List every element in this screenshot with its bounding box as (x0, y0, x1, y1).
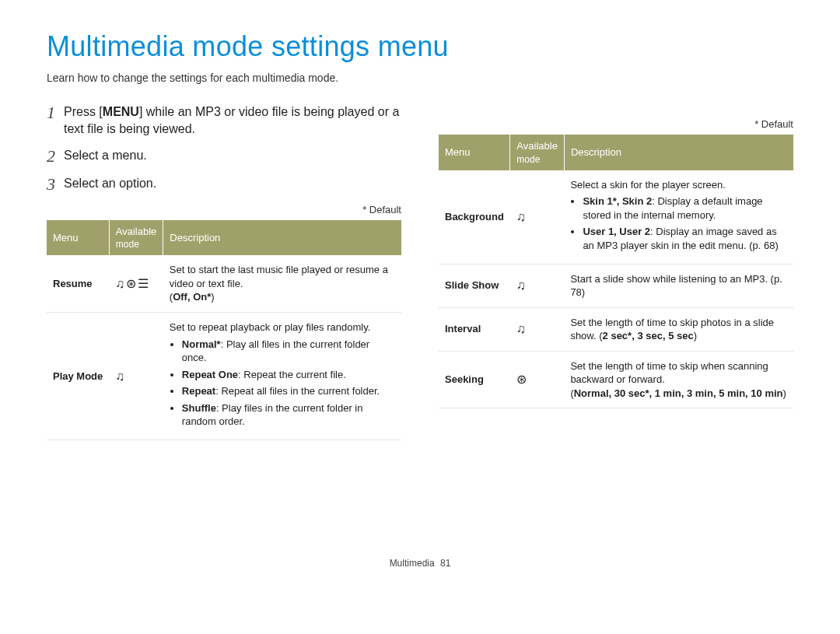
default-note-right: * Default (439, 117, 793, 131)
th-menu: Menu (47, 220, 109, 256)
opts-bold: 2 sec*, 3 sec, 5 sec (603, 330, 694, 342)
menu-name: Seeking (439, 351, 510, 408)
menu-name: Background (439, 170, 510, 264)
video-icon: ⊛ (126, 277, 138, 290)
music-icon: ♫ (115, 277, 126, 290)
menu-description: Set to repeat playback or play files ran… (163, 312, 401, 440)
mode-icons: ⊛ (510, 351, 565, 408)
table-row: Seeking ⊛ Set the length of time to skip… (439, 351, 793, 408)
menu-description: Select a skin for the player screen. Ski… (564, 170, 793, 264)
text-icon: ☰ (138, 277, 150, 290)
opts-suffix: ) (694, 330, 697, 342)
music-icon: ♫ (516, 210, 527, 223)
table-row: Resume ♫⊛☰ Set to start the last music f… (47, 255, 401, 312)
step-text: Press [MENU] while an MP3 or video file … (64, 103, 401, 137)
desc-intro: Set to repeat playback or play files ran… (170, 321, 370, 333)
opts-bold: Off, On* (173, 291, 211, 303)
settings-table-left: Menu Availablemode Description Resume ♫⊛… (47, 220, 401, 440)
list-item: Normal*: Play all files in the current f… (182, 338, 395, 365)
th-menu: Menu (439, 135, 510, 170)
music-icon: ♫ (516, 322, 527, 335)
menu-description: Set the length of time to skip when scan… (564, 351, 793, 408)
mode-icons: ♫ (109, 312, 163, 440)
opts-suffix: ) (211, 291, 214, 303)
menu-description: Set to start the last music file played … (163, 255, 401, 312)
step-1: 1 Press [MENU] while an MP3 or video fil… (47, 103, 401, 137)
list-item: Repeat: Repeat all files in the current … (182, 384, 395, 398)
desc-intro: Set the length of time to skip when scan… (570, 360, 768, 386)
music-icon: ♫ (516, 278, 527, 292)
menu-description: Start a slide show while listening to an… (564, 264, 793, 307)
list-item: User 1, User 2: Display an image saved a… (583, 225, 787, 252)
menu-description: Set the length of time to skip photos in… (564, 307, 793, 351)
desc-intro: Set to start the last music file played … (170, 264, 388, 289)
menu-name: Play Mode (47, 312, 109, 440)
table-row: Play Mode ♫ Set to repeat playback or pl… (47, 312, 401, 440)
step-text-pre: Press [ (64, 105, 103, 118)
th-desc: Description (163, 220, 401, 256)
mode-icons: ♫⊛☰ (109, 255, 163, 312)
default-note-left: * Default (47, 203, 401, 217)
left-column: 1 Press [MENU] while an MP3 or video fil… (47, 103, 401, 440)
table-row: Background ♫ Select a skin for the playe… (439, 170, 793, 264)
step-number: 3 (47, 175, 64, 194)
music-icon: ♫ (115, 370, 126, 383)
list-item: Repeat One: Repeat the current file. (182, 368, 395, 382)
menu-name: Resume (47, 255, 109, 312)
page-subtitle: Learn how to change the settings for eac… (47, 71, 793, 86)
footer-section: Multimedia (390, 558, 435, 569)
settings-table-right: Menu Availablemode Description Backgroun… (439, 135, 793, 408)
mode-icons: ♫ (510, 307, 565, 351)
step-text-bold: MENU (103, 105, 139, 118)
page-title: Multimedia mode settings menu (47, 28, 793, 66)
footer-page-number: 81 (440, 558, 450, 569)
menu-name: Slide Show (439, 264, 510, 307)
step-3: 3 Select an option. (47, 175, 401, 194)
th-desc: Description (564, 135, 793, 170)
step-text: Select a menu. (64, 147, 147, 166)
desc-intro: Select a skin for the player screen. (570, 179, 725, 191)
th-mode: Availablemode (109, 220, 163, 256)
list-item: Shuffle: Play files in the current folde… (182, 401, 395, 429)
table-row: Slide Show ♫ Start a slide show while li… (439, 264, 793, 307)
step-number: 2 (47, 147, 64, 166)
mode-icons: ♫ (510, 264, 565, 307)
mode-icons: ♫ (510, 170, 565, 264)
desc-intro: Start a slide show while listening to an… (570, 273, 782, 299)
page-footer: Multimedia 81 (47, 557, 793, 569)
th-mode: Availablemode (510, 135, 565, 170)
desc-bullets: Skin 1*, Skin 2: Display a default image… (570, 194, 787, 252)
video-icon: ⊛ (516, 373, 528, 386)
step-2: 2 Select a menu. (47, 147, 401, 166)
desc-bullets: Normal*: Play all files in the current f… (170, 338, 395, 429)
opts-bold: Normal, 30 sec*, 1 min, 3 min, 5 min, 10… (574, 387, 783, 399)
step-text: Select an option. (64, 175, 156, 194)
table-row: Interval ♫ Set the length of time to ski… (439, 307, 793, 351)
opts-suffix: ) (783, 387, 786, 399)
menu-name: Interval (439, 307, 510, 351)
list-item: Skin 1*, Skin 2: Display a default image… (583, 194, 787, 222)
step-number: 1 (47, 103, 64, 137)
right-column: * Default Menu Availablemode Description… (439, 103, 793, 408)
